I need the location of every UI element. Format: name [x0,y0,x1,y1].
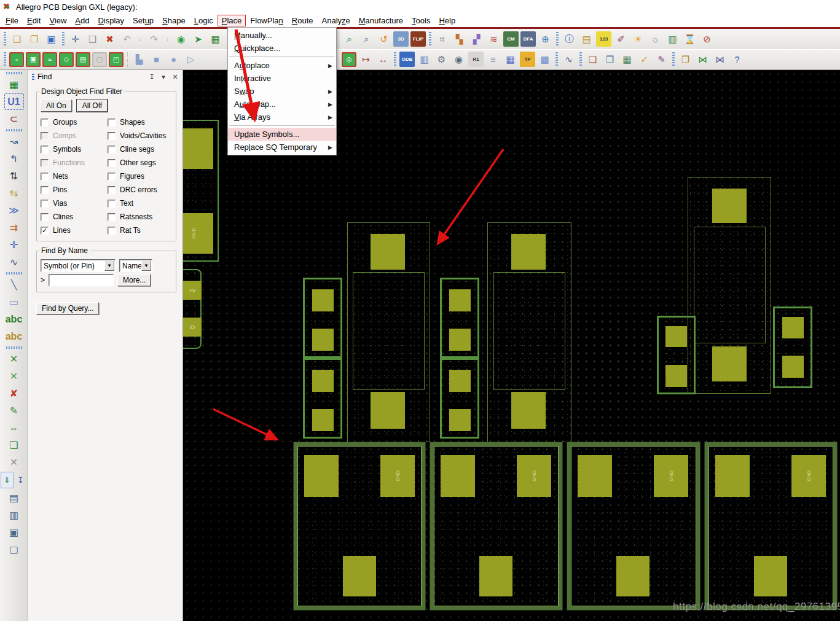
chevron-down-icon[interactable]: ▾ [159,73,168,81]
grid-toggle-icon[interactable]: ⌗ [434,31,450,47]
checkbox-other-segs[interactable] [108,159,116,167]
world-view-icon[interactable]: ⊕ [538,31,553,47]
name-mode-select[interactable]: Name ▼ [119,259,152,272]
component-footprint[interactable] [773,307,812,388]
import-logic-icon[interactable]: ▦ [4,76,24,93]
select-shape-icon[interactable]: ▤ [76,52,90,67]
checkbox-shapes[interactable] [108,119,116,127]
drc-browse-icon[interactable]: ❒ [602,52,618,67]
copy-icon[interactable]: ❑ [85,31,100,47]
menubar-item-view[interactable]: View [45,15,71,26]
view-3d-icon[interactable]: 3D [393,31,409,47]
module-in-icon[interactable]: ▣ [4,524,24,541]
drc-board-icon[interactable]: ▦ [619,52,635,67]
rename-refdes-icon[interactable]: R1 [468,52,484,67]
net-schedule-icon[interactable]: ∿ [561,52,576,67]
shape-select-icon[interactable]: ▷ [183,52,198,67]
checkbox-voids-cavities[interactable] [108,132,116,140]
slide-chevron-icon[interactable]: ≫ [4,202,24,219]
optimize-box-icon[interactable]: ⋈ [712,52,728,67]
dropdown-arrow-icon[interactable]: ▼ [104,260,114,271]
redraw-icon[interactable]: ↺ [376,31,391,47]
menubar-item-setup[interactable]: Setup [128,15,158,26]
move-icon[interactable]: ✛ [68,31,83,47]
apply-down-icon[interactable]: ↧ [14,472,27,488]
find-type-select[interactable]: Symbol (or Pin) ▼ [41,259,116,272]
checkbox-symbols[interactable] [41,146,49,154]
chip-u1-icon[interactable]: U1 [4,93,24,110]
ratsnest-resize-icon[interactable]: ⇔ [4,420,24,436]
custom-ratsnest-icon[interactable]: ⇓ [1,472,14,488]
menubar-item-add[interactable]: Add [71,15,93,26]
swap-colors-icon[interactable]: ▞ [469,31,484,47]
ratsnest-delete-icon[interactable]: ✘ [4,385,24,402]
snapshot-camera-icon[interactable]: ◉ [451,52,466,67]
tools-wrench-icon[interactable]: ⚙ [434,52,449,67]
checkbox-nets[interactable] [41,173,49,181]
menu-item-manually[interactable]: Manually... [228,29,336,42]
dimension-linear-icon[interactable]: ↦ [358,52,374,67]
menu-item-swap[interactable]: Swap▶ [228,85,336,98]
menubar-item-flowplan[interactable]: FlowPlan [246,15,287,26]
edit-text-icon[interactable]: abc [4,328,24,345]
spread-icon[interactable]: ✛ [4,236,24,253]
component-footprint[interactable] [657,316,696,394]
toolbar-drag-handle[interactable] [6,129,22,131]
checkbox-ratsnests[interactable] [108,213,116,221]
ratsnest-show-icon[interactable]: ✕ [4,368,24,385]
add-rect-icon[interactable]: ▭ [4,294,24,310]
delay-tune-icon[interactable]: ∿ [4,254,24,270]
pad-array-icon[interactable]: ▩ [537,52,552,67]
name-filter-input[interactable] [49,274,114,286]
related-docs-icon[interactable]: ❒ [678,52,693,67]
constraint-manager-icon[interactable]: CM [503,31,519,47]
flip-design-icon[interactable]: FLIP [410,31,426,47]
checkbox-lines[interactable]: ✓ [41,227,49,235]
more-button[interactable]: More... [117,274,151,286]
toolbar-drag-handle[interactable] [4,32,6,47]
dimension-span-icon[interactable]: ↔ [375,52,391,67]
module-status-icon[interactable]: ▥ [4,507,24,523]
component-footprint[interactable] [487,222,571,442]
zoom-previous-icon[interactable]: ⌕ [342,31,357,47]
toolbar-drag-handle[interactable] [6,272,22,275]
ratsnest-edit-icon[interactable]: ✎ [4,402,24,419]
module-report-icon[interactable]: ▤ [4,490,24,506]
select-net-icon[interactable]: ≈ [42,52,57,67]
component-info-icon[interactable]: ▤ [579,31,594,47]
menu-item-via-arrays[interactable]: Via Arrays▶ [228,111,336,123]
checkbox-groups[interactable] [41,119,49,127]
testpoint-icon[interactable]: TP [520,52,535,67]
checkbox-drc-errors[interactable] [108,186,116,194]
save-drawing-icon[interactable]: ▣ [44,31,59,47]
highlight-brush-icon[interactable]: ✐ [613,31,629,47]
element-info-icon[interactable]: ⓘ [562,31,577,47]
checkbox-clines[interactable] [41,213,49,221]
checkbox-rat-ts[interactable] [108,227,116,235]
undo-icon[interactable]: ↶ [119,31,135,47]
etch-layers-icon[interactable]: ≋ [486,31,501,47]
component-footprint[interactable] [347,222,430,442]
menubar-item-shape[interactable]: Shape [158,15,190,26]
toolbar-drag-handle[interactable] [4,52,6,67]
checkbox-comps[interactable] [41,132,49,140]
toolbar-drag-handle[interactable] [6,346,22,349]
dropdown-arrow-icon[interactable]: ▼ [141,260,151,271]
menubar-item-route[interactable]: Route [288,15,318,26]
menu-item-autoswap[interactable]: Autoswap...▶ [228,98,336,111]
menu-item-replace-sq-temporary[interactable]: Replace SQ Temporary▶ [228,141,336,154]
checkbox-functions[interactable] [41,159,49,167]
component-footprint[interactable] [303,278,342,358]
ratsnest-hide-icon[interactable]: ✕ [4,351,24,367]
menubar-item-logic[interactable]: Logic [190,15,218,26]
new-drawing-icon[interactable]: ❏ [9,31,25,47]
component-footprint[interactable]: GND [705,442,837,610]
toolbar-drag-handle[interactable] [672,52,675,67]
redo-drop-icon[interactable]: ↓ [163,31,171,47]
pushpin-icon[interactable]: ➤ [190,31,206,47]
component-footprint[interactable]: GND [567,442,700,610]
checkbox-vias[interactable] [41,200,49,208]
menu-item-autoplace[interactable]: Autoplace▶ [228,59,336,72]
component-footprint[interactable]: GND [430,442,562,610]
menubar-item-tools[interactable]: Tools [407,15,434,26]
